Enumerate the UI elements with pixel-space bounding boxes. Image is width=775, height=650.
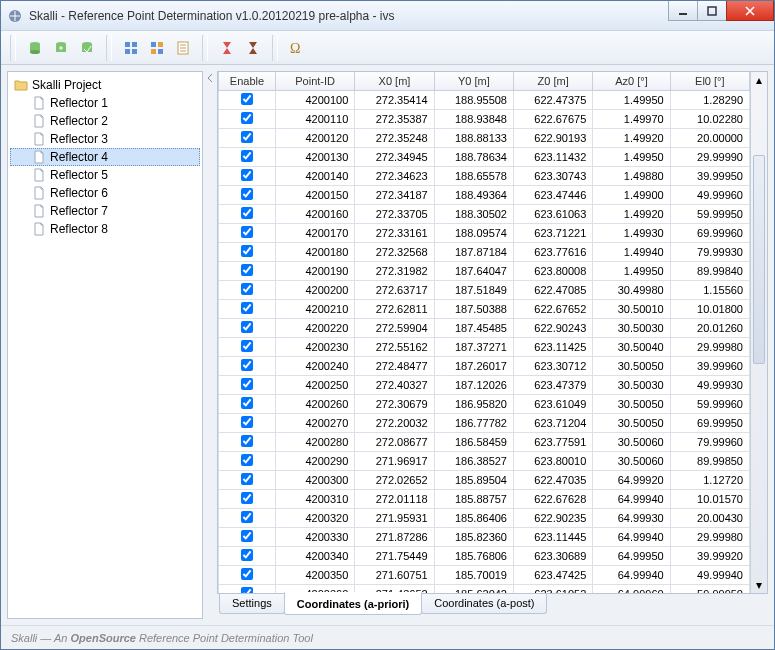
table-row[interactable]: 4200340271.75449185.76806623.3068964.999… xyxy=(219,547,750,566)
column-header[interactable]: X0 [m] xyxy=(355,72,434,91)
cell-enable[interactable] xyxy=(219,547,276,566)
table-row[interactable]: 4200140272.34623188.65578623.307431.4988… xyxy=(219,167,750,186)
tab[interactable]: Coordinates (a-post) xyxy=(421,593,547,614)
minimize-button[interactable] xyxy=(668,1,698,21)
table-row[interactable]: 4200240272.48477187.26017623.3071230.500… xyxy=(219,357,750,376)
tree-item[interactable]: Reflector 3 xyxy=(10,130,200,148)
enable-checkbox[interactable] xyxy=(241,549,253,561)
cell-enable[interactable] xyxy=(219,300,276,319)
enable-checkbox[interactable] xyxy=(241,511,253,523)
table-row[interactable]: 4200270272.20032186.77782623.7120430.500… xyxy=(219,414,750,433)
cell-enable[interactable] xyxy=(219,509,276,528)
close-button[interactable] xyxy=(726,1,774,21)
enable-checkbox[interactable] xyxy=(241,226,253,238)
column-header[interactable]: Z0 [m] xyxy=(513,72,592,91)
cell-enable[interactable] xyxy=(219,395,276,414)
tree-item[interactable]: Reflector 8 xyxy=(10,220,200,238)
table-row[interactable]: 4200170272.33161188.09574623.712211.4993… xyxy=(219,224,750,243)
enable-checkbox[interactable] xyxy=(241,397,253,409)
table-row[interactable]: 4200210272.62811187.50388622.6765230.500… xyxy=(219,300,750,319)
cell-enable[interactable] xyxy=(219,148,276,167)
enable-checkbox[interactable] xyxy=(241,530,253,542)
enable-checkbox[interactable] xyxy=(241,131,253,143)
cell-enable[interactable] xyxy=(219,186,276,205)
column-header[interactable]: Enable xyxy=(219,72,276,91)
tree-item[interactable]: Reflector 6 xyxy=(10,184,200,202)
vertical-scrollbar[interactable]: ▴ ▾ xyxy=(750,72,767,593)
tree-item[interactable]: Reflector 2 xyxy=(10,112,200,130)
cell-enable[interactable] xyxy=(219,262,276,281)
cell-enable[interactable] xyxy=(219,357,276,376)
enable-checkbox[interactable] xyxy=(241,207,253,219)
table-row[interactable]: 4200280272.08677186.58459623.7759130.500… xyxy=(219,433,750,452)
enable-checkbox[interactable] xyxy=(241,321,253,333)
tab[interactable]: Coordinates (a-priori) xyxy=(284,592,422,615)
cell-enable[interactable] xyxy=(219,281,276,300)
cell-enable[interactable] xyxy=(219,452,276,471)
cell-enable[interactable] xyxy=(219,129,276,148)
toolbar-omega-icon[interactable]: Ω xyxy=(285,36,309,60)
toolbar-db-green-2[interactable] xyxy=(49,36,73,60)
cell-enable[interactable] xyxy=(219,205,276,224)
splitter[interactable] xyxy=(207,71,213,619)
enable-checkbox[interactable] xyxy=(241,340,253,352)
toolbar-hourglass-dark[interactable] xyxy=(241,36,265,60)
toolbar-sheet-icon[interactable] xyxy=(171,36,195,60)
enable-checkbox[interactable] xyxy=(241,378,253,390)
enable-checkbox[interactable] xyxy=(241,587,253,593)
table-row[interactable]: 4200220272.59904187.45485622.9024330.500… xyxy=(219,319,750,338)
enable-checkbox[interactable] xyxy=(241,245,253,257)
table-row[interactable]: 4200120272.35248188.88133622.901931.4992… xyxy=(219,129,750,148)
table-row[interactable]: 4200300272.02652185.89504622.4703564.999… xyxy=(219,471,750,490)
table-row[interactable]: 4200260272.30679186.95820623.6104930.500… xyxy=(219,395,750,414)
tree-item[interactable]: Reflector 4 xyxy=(10,148,200,166)
enable-checkbox[interactable] xyxy=(241,283,253,295)
enable-checkbox[interactable] xyxy=(241,359,253,371)
table-row[interactable]: 4200200272.63717187.51849622.4708530.499… xyxy=(219,281,750,300)
tree-root[interactable]: Skalli Project xyxy=(10,76,200,94)
enable-checkbox[interactable] xyxy=(241,435,253,447)
cell-enable[interactable] xyxy=(219,110,276,129)
cell-enable[interactable] xyxy=(219,433,276,452)
cell-enable[interactable] xyxy=(219,338,276,357)
enable-checkbox[interactable] xyxy=(241,416,253,428)
cell-enable[interactable] xyxy=(219,376,276,395)
scroll-up-icon[interactable]: ▴ xyxy=(751,72,767,88)
table-row[interactable]: 4200110272.35387188.93848622.676751.4997… xyxy=(219,110,750,129)
cell-enable[interactable] xyxy=(219,566,276,585)
table-row[interactable]: 4200320271.95931185.86406622.9023564.999… xyxy=(219,509,750,528)
cell-enable[interactable] xyxy=(219,585,276,594)
tab[interactable]: Settings xyxy=(219,593,285,614)
table-row[interactable]: 4200100272.35414188.95508622.473751.4995… xyxy=(219,91,750,110)
cell-enable[interactable] xyxy=(219,91,276,110)
table-scroll[interactable]: EnablePoint-IDX0 [m]Y0 [m]Z0 [m]Az0 [°]E… xyxy=(218,72,750,593)
column-header[interactable]: Y0 [m] xyxy=(434,72,513,91)
toolbar-grid-2[interactable] xyxy=(145,36,169,60)
enable-checkbox[interactable] xyxy=(241,492,253,504)
table-row[interactable]: 4200310272.01118185.88757622.6762864.999… xyxy=(219,490,750,509)
tree-item[interactable]: Reflector 7 xyxy=(10,202,200,220)
toolbar-db-green-1[interactable] xyxy=(23,36,47,60)
table-row[interactable]: 4200160272.33705188.30502623.610631.4992… xyxy=(219,205,750,224)
project-tree[interactable]: Skalli Project Reflector 1Reflector 2Ref… xyxy=(7,71,203,619)
enable-checkbox[interactable] xyxy=(241,93,253,105)
scroll-thumb[interactable] xyxy=(753,155,765,363)
cell-enable[interactable] xyxy=(219,319,276,338)
table-row[interactable]: 4200330271.87286185.82360623.1144564.999… xyxy=(219,528,750,547)
enable-checkbox[interactable] xyxy=(241,568,253,580)
cell-enable[interactable] xyxy=(219,243,276,262)
enable-checkbox[interactable] xyxy=(241,473,253,485)
scroll-down-icon[interactable]: ▾ xyxy=(751,577,767,593)
toolbar-db-green-3[interactable] xyxy=(75,36,99,60)
toolbar-grid-1[interactable] xyxy=(119,36,143,60)
table-row[interactable]: 4200150272.34187188.49364623.474461.4990… xyxy=(219,186,750,205)
column-header[interactable]: El0 [°] xyxy=(670,72,749,91)
table-row[interactable]: 4200180272.32568187.87184623.776161.4994… xyxy=(219,243,750,262)
tree-item[interactable]: Reflector 5 xyxy=(10,166,200,184)
enable-checkbox[interactable] xyxy=(241,188,253,200)
cell-enable[interactable] xyxy=(219,528,276,547)
enable-checkbox[interactable] xyxy=(241,112,253,124)
enable-checkbox[interactable] xyxy=(241,169,253,181)
cell-enable[interactable] xyxy=(219,471,276,490)
table-row[interactable]: 4200250272.40327187.12026623.4737930.500… xyxy=(219,376,750,395)
